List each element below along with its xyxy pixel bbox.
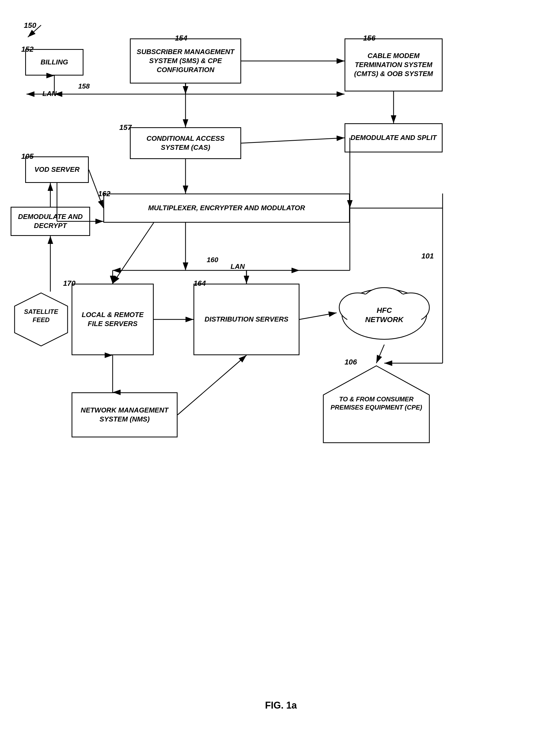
svg-line-38 [376, 345, 384, 363]
ref-170: 170 [63, 279, 75, 288]
nms-box: NETWORK MANAGEMENT SYSTEM (NMS) [72, 392, 177, 437]
ref-101: 101 [421, 252, 434, 260]
svg-line-23 [241, 138, 345, 143]
demod-decrypt-box: DEMODULATE AND DECRYPT [11, 207, 90, 236]
cmts-box: CABLE MODEM TERMINATION SYSTEM (CMTS) & … [345, 38, 443, 91]
hfc-cloud: HFC NETWORK [337, 284, 432, 345]
cpe-box: TO & FROM CONSUMER PREMISES EQUIPMENT (C… [321, 363, 432, 445]
ref-105: 105 [21, 152, 34, 160]
sms-box: SUBSCRIBER MANAGEMENT SYSTEM (SMS) & CPE… [130, 38, 241, 83]
demod-split-box: DEMODULATE AND SPLIT [345, 123, 443, 152]
billing-box: BILLING [25, 49, 83, 75]
ref-162: 162 [98, 190, 110, 198]
svg-text:HFC: HFC [377, 306, 392, 314]
vod-box: VOD SERVER [25, 156, 89, 183]
svg-line-39 [113, 223, 154, 284]
mux-box: MULTIPLEXER, ENCRYPTER AND MODULATOR [103, 194, 350, 223]
ref-150: 150 [24, 21, 36, 30]
satellite-hex: SATELLITE FEED [11, 292, 72, 347]
ref-164: 164 [193, 279, 206, 288]
svg-line-26 [89, 170, 103, 208]
cas-box: CONDITIONAL ACCESS SYSTEM (CAS) [130, 127, 241, 159]
ref-106: 106 [345, 358, 357, 366]
lan-bottom-label: LAN [230, 263, 244, 271]
lan-top-label: LAN [42, 90, 56, 98]
svg-text:NETWORK: NETWORK [365, 316, 404, 324]
svg-line-46 [177, 355, 246, 415]
ref-157: 157 [119, 123, 132, 132]
fig-label: FIG. 1a [233, 700, 329, 711]
svg-line-37 [300, 313, 337, 319]
lan-bottom-ref: 160 [207, 256, 218, 264]
lan-top-ref: 158 [78, 82, 90, 90]
ref-156: 156 [363, 34, 376, 42]
ref-154: 154 [175, 34, 187, 42]
dist-servers-box: DISTRIBUTION SERVERS [193, 284, 300, 355]
diagram: 150 BILLING 152 SUBSCRIBER MANAGEMENT SY… [0, 0, 560, 738]
local-remote-box: LOCAL & REMOTE FILE SERVERS [72, 284, 154, 355]
diagram-arrows [0, 0, 560, 738]
ref-152: 152 [21, 45, 34, 53]
